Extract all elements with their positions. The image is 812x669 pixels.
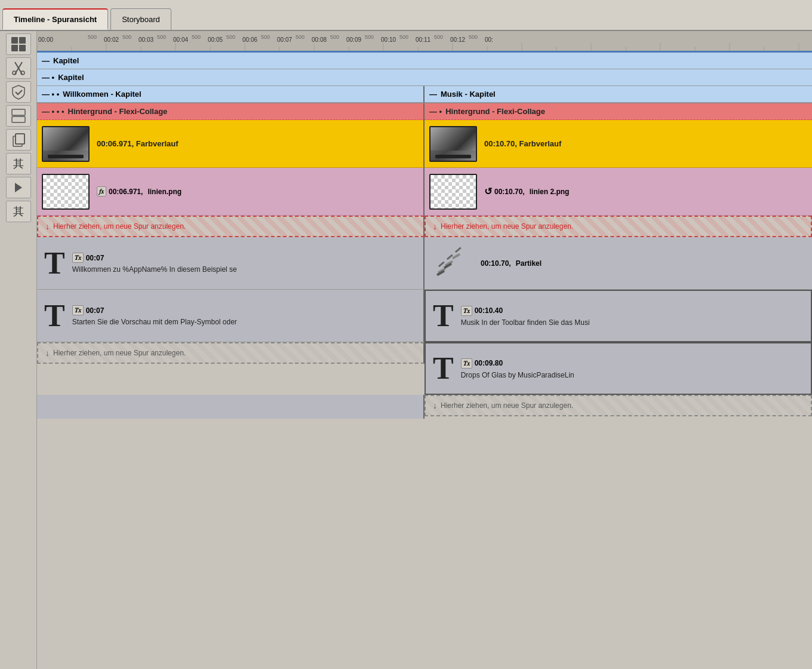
drop-label-right-gray: Hierher ziehen, um neue Spur anzulegen. [441, 401, 573, 410]
drop-arrow-left: ↓ [45, 222, 50, 231]
empty-left [37, 395, 425, 419]
drop-zone-right-gray[interactable]: ↓ Hierher ziehen, um neue Spur anzulegen… [425, 395, 812, 416]
pink-tracks: 𝑓𝑥 00:06.971, linien.png ↺ 00:10.70, [37, 168, 812, 216]
copy-icon[interactable] [6, 129, 31, 151]
shield-icon[interactable] [6, 81, 31, 103]
drop-arrow-right: ↓ [433, 222, 437, 231]
particle-info: 00:10.70, Partikel [481, 259, 542, 268]
flexi-left-prefix: — • • • [42, 107, 64, 116]
drop-text-row: ↓ Hierher ziehen, um neue Spur anzulegen… [37, 342, 812, 395]
bottom-row: ↓ Hierher ziehen, um neue Spur anzulegen… [37, 395, 812, 419]
text-particle-row: T 𝑇𝑥 00:07 Willkommen zu %AppName% In di… [37, 237, 812, 290]
svg-text:00:11: 00:11 [416, 36, 430, 43]
sub-chapter-right-prefix: — [429, 90, 437, 99]
svg-rect-8 [12, 109, 25, 115]
text-fx-2: 𝑇𝑥 00:07 [72, 305, 237, 315]
svg-text:500: 500 [122, 34, 131, 40]
layers-icon[interactable] [6, 105, 31, 127]
svg-text:00:05: 00:05 [208, 36, 223, 43]
drop-zones-red: ↓ Hierher ziehen, um neue Spur anzulegen… [37, 216, 812, 237]
chapter-row-1: — Kapitel [37, 53, 812, 69]
kanji1-button[interactable]: 其 [6, 153, 31, 174]
chapter-row-2: — • Kapitel [37, 69, 812, 86]
text-fx-4: 𝑇𝑥 00:09.80 [461, 358, 574, 369]
svg-rect-0 [11, 37, 18, 44]
svg-text:500: 500 [192, 34, 201, 40]
flexi-header-left: — • • • Hintergrund - Flexi-Collage [37, 103, 425, 120]
kanji2-icon: 其 [13, 204, 24, 219]
flexi-headers: — • • • Hintergrund - Flexi-Collage — • … [37, 103, 812, 120]
pink-info-right: ↺ 00:10.70, linien 2.png [484, 186, 569, 197]
big-t-icon-1: T [44, 248, 65, 279]
yellow-left-time: 00:06.971, Farbverlauf [97, 139, 179, 148]
text-track1-left[interactable]: T 𝑇𝑥 00:07 Willkommen zu %AppName% In di… [37, 237, 425, 290]
arrow-button[interactable] [6, 177, 31, 198]
sub-chapter-headers: — • • Willkommen - Kapitel — Musik - Kap… [37, 86, 812, 103]
chapter2-label: Kapitel [58, 73, 84, 82]
drop-arrow-right-gray: ↓ [433, 401, 437, 410]
text-track2-right[interactable]: T 𝑇𝑥 00:09.80 Drops Of Glas by MusicPara… [425, 342, 812, 395]
left-toolbar: 其 其 [0, 31, 37, 669]
svg-text:00:00: 00:00 [38, 36, 53, 43]
particle-icon [432, 245, 473, 281]
text-desc-3: Musik In der Toolbar finden Sie das Musi [461, 318, 590, 327]
svg-text:00:03: 00:03 [139, 36, 153, 43]
svg-text:00:: 00: [485, 36, 493, 43]
svg-text:500: 500 [434, 34, 443, 40]
time-ruler: 00:00 00:02 00:03 00:04 00:05 00:06 00:0… [37, 31, 812, 53]
sub-chapter-left-prefix: — • • [42, 90, 59, 99]
tab-storyboard[interactable]: Storyboard [110, 8, 171, 30]
track-info-right: 00:10.70, Farbverlauf [484, 139, 561, 148]
drop-zone-left-gray[interactable]: ↓ Hierher ziehen, um neue Spur anzulegen… [37, 342, 425, 364]
pink-track-left[interactable]: 𝑓𝑥 00:06.971, linien.png [37, 168, 425, 216]
svg-text:500: 500 [469, 34, 478, 40]
text-info-1: 𝑇𝑥 00:07 Willkommen zu %AppName% In dies… [72, 253, 237, 274]
text-row-2: T 𝑇𝑥 00:07 Starten Sie die Vorschau mit … [37, 290, 812, 342]
svg-text:500: 500 [296, 34, 304, 40]
text-track2-left[interactable]: T 𝑇𝑥 00:07 Starten Sie die Vorschau mit … [37, 290, 425, 342]
drop-label-right: Hierher ziehen, um neue Spur anzulegen. [441, 222, 573, 231]
tracks-area: — Kapitel — • Kapitel — • • Willkommen -… [37, 53, 812, 669]
text-info-3: 𝑇𝑥 00:10.40 Musik In der Toolbar finden … [461, 306, 590, 327]
sub-chapter-left-label: Willkommen - Kapitel [63, 90, 141, 99]
svg-text:500: 500 [365, 34, 374, 40]
chapter1-prefix: — [42, 56, 50, 65]
pink-track-right[interactable]: ↺ 00:10.70, linien 2.png [425, 168, 812, 216]
particle-track-right[interactable]: 00:10.70, Partikel [425, 237, 812, 290]
big-t-icon-4: T [433, 353, 454, 384]
svg-text:500: 500 [399, 34, 408, 40]
check-thumb-right [429, 174, 477, 210]
yellow-track-right[interactable]: 00:10.70, Farbverlauf [425, 120, 812, 168]
svg-text:00:06: 00:06 [242, 36, 257, 43]
svg-text:00:02: 00:02 [104, 36, 119, 43]
check-thumb-left [42, 174, 90, 210]
kanji2-button[interactable]: 其 [6, 201, 31, 222]
drop-label-left: Hierher ziehen, um neue Spur anzulegen. [53, 222, 186, 231]
big-t-icon-3: T [433, 300, 454, 332]
yellow-track-left[interactable]: 00:06.971, Farbverlauf [37, 120, 425, 168]
svg-text:500: 500 [157, 34, 166, 40]
svg-rect-68 [455, 247, 462, 253]
text-track1-right[interactable]: T 𝑇𝑥 00:10.40 Musik In der Toolbar finde… [425, 290, 812, 342]
drop-zone-right-red[interactable]: ↓ Hierher ziehen, um neue Spur anzulegen… [425, 216, 812, 237]
drop-label-left-gray: Hierher ziehen, um neue Spur anzulegen. [53, 349, 186, 357]
text-desc-2: Starten Sie die Vorschau mit dem Play-Sy… [72, 318, 237, 326]
svg-text:500: 500 [88, 34, 97, 40]
svg-text:00:04: 00:04 [173, 36, 188, 43]
svg-marker-13 [15, 183, 22, 192]
drop-zone-left-red[interactable]: ↓ Hierher ziehen, um neue Spur anzulegen… [37, 216, 425, 237]
tab-timeline[interactable]: Timeline - Spuransicht [2, 8, 108, 30]
sub-chapter-right-label: Musik - Kapitel [441, 90, 496, 99]
thumbnail-left [42, 126, 90, 162]
yellow-right-time: 00:10.70, Farbverlauf [484, 139, 561, 148]
flexi-left-label: Hintergrund - Flexi-Collage [68, 107, 168, 116]
svg-rect-9 [12, 116, 25, 122]
pink-fx-time-left: 𝑓𝑥 00:06.971, linien.png [97, 186, 182, 197]
rotate-icon: ↺ [484, 186, 492, 197]
svg-text:500: 500 [330, 34, 339, 40]
text-info-4: 𝑇𝑥 00:09.80 Drops Of Glas by MusicParadi… [461, 358, 574, 379]
svg-text:00:12: 00:12 [450, 36, 465, 43]
grid-icon[interactable] [6, 33, 31, 55]
cut-icon[interactable] [6, 57, 31, 79]
svg-text:00:10: 00:10 [381, 36, 396, 43]
